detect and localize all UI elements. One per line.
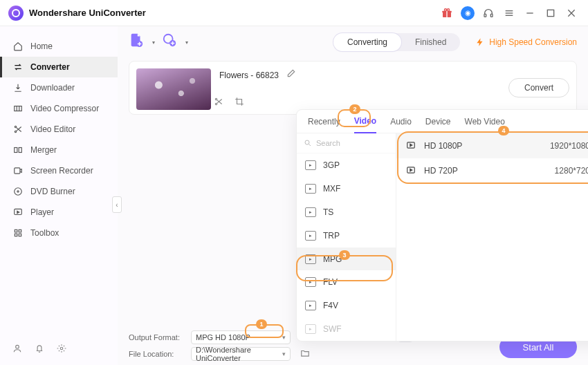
output-format-select[interactable]: MPG HD 1080P ▾ <box>191 330 291 344</box>
close-icon[interactable] <box>563 5 580 21</box>
sidebar-item-player[interactable]: Player <box>0 202 118 223</box>
grid-icon <box>12 228 24 238</box>
sidebar-item-label: Video Editor <box>30 124 75 134</box>
sidebar-item-compressor[interactable]: Video Compressor <box>0 98 118 119</box>
format-item-mpg[interactable]: ▸MPG <box>297 247 396 271</box>
format-label: SWF <box>323 324 342 334</box>
home-icon <box>12 41 24 51</box>
format-item-swf[interactable]: ▸SWF <box>297 317 396 341</box>
format-search[interactable]: Search <box>297 133 396 153</box>
video-format-icon: ▸ <box>305 301 316 310</box>
gift-icon[interactable] <box>439 5 455 21</box>
file-thumbnail[interactable] <box>136 68 211 110</box>
resolution-list: HD 1080P 1920*1080 HD 720P 1280*720 <box>396 133 588 341</box>
format-label: F4V <box>323 301 338 310</box>
maximize-icon[interactable] <box>542 5 559 21</box>
tab-audio[interactable]: Audio <box>390 117 412 127</box>
hamburger-icon[interactable] <box>501 5 517 21</box>
add-url-button[interactable] <box>162 32 181 52</box>
svg-point-16 <box>15 131 16 132</box>
video-format-icon: ▸ <box>305 184 316 194</box>
svg-point-3 <box>444 8 446 10</box>
user-icon[interactable] <box>12 344 22 355</box>
svg-rect-5 <box>484 14 486 17</box>
file-card: Flowers - 66823 Convert <box>129 61 577 115</box>
resolution-size: 1920*1080 <box>550 141 588 151</box>
format-label: TS <box>323 207 333 217</box>
avatar-icon[interactable]: ◉ <box>459 5 476 21</box>
sidebar-item-label: Toolbox <box>30 228 59 238</box>
app-logo-icon <box>8 6 24 21</box>
format-item-mxf[interactable]: ▸MXF <box>297 177 396 200</box>
sidebar-item-home[interactable]: Home <box>0 36 118 57</box>
file-toolbar <box>214 97 244 109</box>
format-dropdown: Recently Video Audio Device Web Video Se… <box>296 109 588 341</box>
chevron-down-icon[interactable]: ▾ <box>185 39 188 46</box>
play-icon <box>12 207 24 217</box>
format-item-flv[interactable]: ▸FLV <box>297 270 396 294</box>
svg-point-20 <box>15 188 22 196</box>
sidebar-item-editor[interactable]: Video Editor <box>0 119 118 140</box>
sidebar: Home Converter Downloader Video Compress… <box>0 26 118 365</box>
file-location-select[interactable]: D:\Wondershare UniConverter ▾ <box>191 347 291 361</box>
svg-point-33 <box>215 103 217 104</box>
chevron-down-icon: ▾ <box>282 350 286 357</box>
tab-webvideo[interactable]: Web Video <box>465 117 505 127</box>
scissors-icon <box>12 124 24 134</box>
resolution-size: 1280*720 <box>555 166 588 176</box>
trim-icon[interactable] <box>214 97 223 109</box>
chevron-down-icon[interactable]: ▾ <box>152 39 155 46</box>
bell-icon[interactable] <box>35 344 44 355</box>
video-format-icon <box>406 140 416 152</box>
crop-icon[interactable] <box>235 97 244 109</box>
add-file-button[interactable] <box>129 32 148 52</box>
sidebar-collapse-handle[interactable]: ‹ <box>112 196 122 213</box>
svg-point-21 <box>17 191 19 192</box>
sidebar-item-converter[interactable]: Converter <box>0 57 118 77</box>
sidebar-item-label: DVD Burner <box>30 187 75 196</box>
video-format-icon <box>406 165 416 177</box>
open-folder-icon[interactable] <box>300 348 310 359</box>
format-item-ts[interactable]: ▸TS <box>297 200 396 224</box>
svg-rect-26 <box>19 234 21 236</box>
svg-rect-25 <box>15 234 17 236</box>
sidebar-item-dvd[interactable]: DVD Burner <box>0 181 118 202</box>
svg-point-28 <box>60 347 63 350</box>
high-speed-label: High Speed Conversion <box>489 37 577 47</box>
edit-title-icon[interactable] <box>286 68 296 80</box>
sidebar-item-label: Downloader <box>30 83 75 93</box>
convert-button[interactable]: Convert <box>508 78 569 97</box>
sidebar-item-merger[interactable]: Merger <box>0 140 118 160</box>
tab-finished[interactable]: Finished <box>401 33 460 51</box>
format-item-trp[interactable]: ▸TRP <box>297 224 396 247</box>
format-label: MXF <box>323 184 340 194</box>
resolution-item-720p[interactable]: HD 720P 1280*720 <box>396 158 588 183</box>
file-location-value: D:\Wondershare UniConverter <box>196 346 286 362</box>
resolution-item-1080p[interactable]: HD 1080P 1920*1080 <box>396 133 588 158</box>
svg-rect-11 <box>547 10 553 16</box>
svg-point-27 <box>16 345 19 348</box>
headset-icon[interactable] <box>480 5 497 21</box>
tab-recently[interactable]: Recently <box>308 117 340 127</box>
sidebar-item-label: Home <box>30 41 53 51</box>
output-format-label: Output Format: <box>129 333 185 341</box>
compress-icon <box>12 104 24 113</box>
high-speed-link[interactable]: High Speed Conversion <box>475 37 577 47</box>
format-item-f4v[interactable]: ▸F4V <box>297 294 396 317</box>
tab-video[interactable]: Video <box>354 110 376 133</box>
format-item-3gp[interactable]: ▸3GP <box>297 153 396 177</box>
app-title: Wondershare UniConverter <box>29 8 146 18</box>
settings-icon[interactable] <box>57 344 66 355</box>
main-panel: ‹ ▾ ▾ Converting Finished High Speed Con… <box>118 26 588 365</box>
sidebar-item-toolbox[interactable]: Toolbox <box>0 223 118 243</box>
minimize-icon[interactable] <box>522 5 538 21</box>
tab-converting[interactable]: Converting <box>333 33 401 51</box>
resolution-name: HD 720P <box>424 166 458 176</box>
sidebar-item-recorder[interactable]: Screen Recorder <box>0 160 118 181</box>
resolution-name: HD 1080P <box>424 141 462 151</box>
sidebar-item-label: Merger <box>30 145 57 155</box>
sidebar-item-downloader[interactable]: Downloader <box>0 77 118 98</box>
svg-rect-2 <box>446 10 447 17</box>
tab-device[interactable]: Device <box>425 117 451 127</box>
svg-rect-14 <box>15 106 22 111</box>
